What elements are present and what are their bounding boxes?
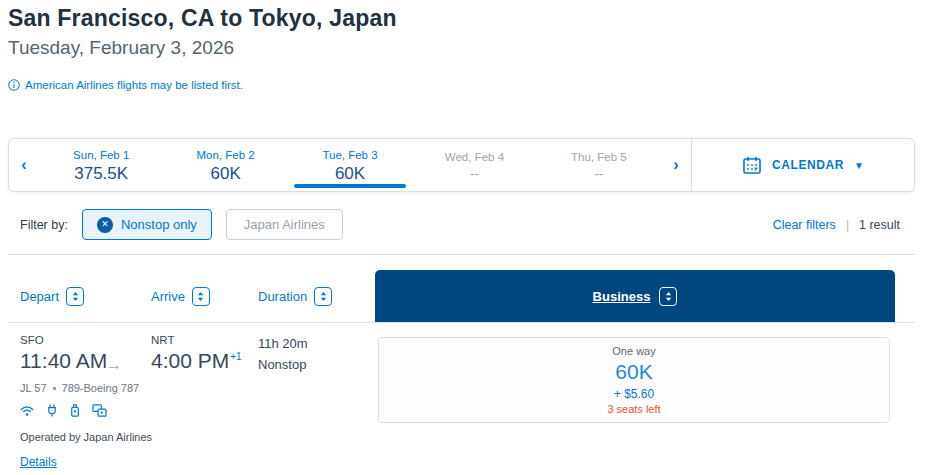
page-header: San Francisco, CA to Tokyo, Japan Tuesda… [0,0,926,59]
duration-cell: 11h 20m Nonstop [258,334,375,373]
sort-icon [66,287,84,306]
result-count: 1 result [859,218,900,232]
filter-pill-label: Nonstop only [121,217,197,232]
stops-value: Nonstop [258,357,375,372]
flight-search-results-page: San Francisco, CA to Tokyo, Japan Tuesda… [0,0,926,475]
date-tab-thu-feb-5[interactable]: Thu, Feb 5 -- [537,139,661,191]
date-tab-wed-feb-4[interactable]: Wed, Feb 4 -- [412,139,536,191]
destination-code: NRT [151,334,258,346]
date-tab-label: Thu, Feb 5 [571,151,627,163]
listing-notice-text: American Airlines flights may be listed … [25,79,243,91]
sort-arrive-label: Arrive [151,289,185,304]
page-title: San Francisco, CA to Tokyo, Japan [8,5,926,32]
date-tab-price: -- [594,166,603,181]
aircraft-type: 789-Boeing 787 [62,382,140,394]
chevron-left-icon[interactable]: ‹ [9,139,39,191]
power-icon [46,404,58,417]
sort-icon [314,287,332,306]
date-tab-price: 60K [335,164,365,184]
arrow-right-icon: → [106,356,122,374]
duration-value: 11h 20m [258,336,375,351]
filter-pill-japan-airlines[interactable]: Japan Airlines [226,209,343,240]
date-tab-label: Wed, Feb 4 [445,151,504,163]
calendar-button-label: CALENDAR [772,158,844,172]
sort-depart-button[interactable]: Depart [8,270,151,322]
sort-duration-button[interactable]: Duration [258,270,375,322]
divider: | [846,218,849,232]
date-tab-tue-feb-3-selected[interactable]: Tue, Feb 3 60K [288,139,412,191]
flight-summary: SFO 11:40 AM → NRT 4:00 PM+1 11h 20m Non… [8,323,375,470]
sort-duration-label: Duration [258,289,307,304]
sort-depart-label: Depart [20,289,59,304]
date-tab-price: 60K [210,164,240,184]
date-tabs: Sun, Feb 1 375.5K Mon, Feb 2 60K Tue, Fe… [39,139,661,191]
seats-left-badge: 3 seats left [607,403,660,415]
details-link[interactable]: Details [20,455,57,469]
filter-by-label: Filter by: [20,218,68,232]
date-tab-price: 375.5K [74,164,128,184]
arrive-time: 4:00 PM+1 [151,349,258,373]
sort-icon [659,287,677,306]
business-fare-card[interactable]: One way 60K + $5.60 3 seats left [378,337,890,423]
operated-by: Operated by Japan Airlines [20,431,375,443]
origin-code: SFO [20,334,151,346]
caret-down-icon: ▼ [854,160,864,171]
day-offset-badge: +1 [230,351,241,362]
results-header: Depart Arrive Duration Business [8,270,915,323]
date-strip: ‹ Sun, Feb 1 375.5K Mon, Feb 2 60K Tue, … [8,138,915,192]
sort-icon [192,287,210,306]
filter-pill-label: Japan Airlines [244,217,325,232]
cabin-header-label: Business [593,289,651,304]
filter-pill-nonstop-only[interactable]: ✕ Nonstop only [82,209,212,240]
sort-arrive-button[interactable]: Arrive [151,270,258,322]
fare-column: One way 60K + $5.60 3 seats left [375,323,895,470]
clear-filters-link[interactable]: Clear filters [773,218,836,232]
depart-cell: SFO 11:40 AM → [20,334,151,373]
cabin-header-business[interactable]: Business [375,270,895,322]
date-tab-mon-feb-2[interactable]: Mon, Feb 2 60K [163,139,287,191]
entertainment-icon [92,404,107,417]
amenities [20,404,375,417]
calendar-button[interactable]: CALENDAR ▼ [692,139,914,191]
arrive-cell: NRT 4:00 PM+1 [151,334,258,373]
flight-times: SFO 11:40 AM → NRT 4:00 PM+1 11h 20m Non… [20,334,375,373]
flight-number: JL 57 [20,382,47,394]
flight-info-line: JL 57 789-Boeing 787 [20,382,375,394]
close-icon[interactable]: ✕ [97,217,113,233]
depart-time: 11:40 AM [20,349,151,373]
flight-result-row: SFO 11:40 AM → NRT 4:00 PM+1 11h 20m Non… [8,323,915,470]
listing-notice-link[interactable]: American Airlines flights may be listed … [8,79,926,91]
wifi-icon [20,405,34,417]
date-tab-sun-feb-1[interactable]: Sun, Feb 1 375.5K [39,139,163,191]
date-tab-price: -- [470,166,479,181]
separator-dot [53,387,56,390]
chevron-right-icon[interactable]: › [661,139,691,191]
date-tab-label: Tue, Feb 3 [322,149,377,161]
usb-icon [70,404,80,417]
fare-taxes: + $5.60 [614,387,654,401]
fare-miles: 60K [615,360,652,384]
date-tab-label: Sun, Feb 1 [73,149,129,161]
filter-bar: Filter by: ✕ Nonstop only Japan Airlines… [8,192,915,255]
info-icon [8,79,20,91]
date-tab-label: Mon, Feb 2 [197,149,255,161]
search-date: Tuesday, February 3, 2026 [8,37,926,59]
trip-type: One way [612,345,655,357]
calendar-icon [742,155,762,175]
